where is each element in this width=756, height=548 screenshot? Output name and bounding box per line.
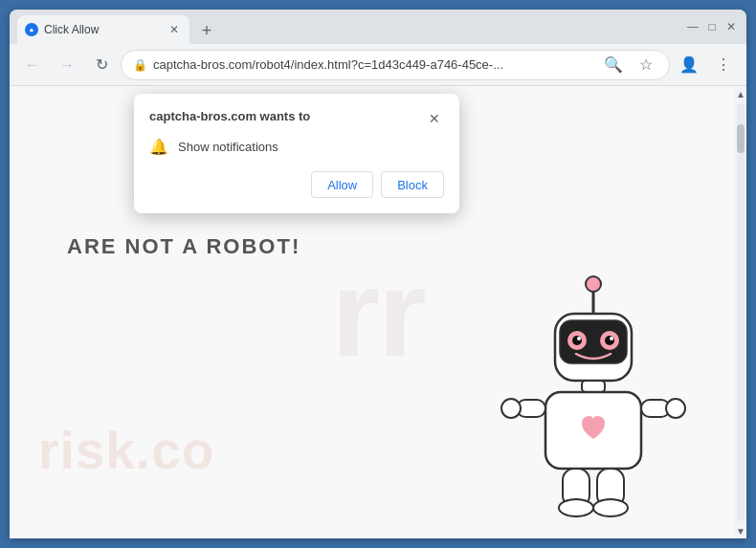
menu-button[interactable]: ⋮ <box>708 50 739 80</box>
svg-point-6 <box>572 336 582 345</box>
scroll-thumb[interactable] <box>737 124 745 153</box>
scroll-down-arrow[interactable]: ▼ <box>735 523 746 538</box>
watermark-large: rr <box>331 241 424 384</box>
tab-favicon: ● <box>25 23 38 36</box>
lock-icon: 🔒 <box>133 58 147 72</box>
forward-button[interactable]: → <box>52 50 82 80</box>
svg-point-13 <box>501 399 521 418</box>
watermark-bottom: risk.co <box>38 420 214 481</box>
window-controls: — □ ✕ <box>685 19 739 34</box>
svg-point-7 <box>605 336 614 345</box>
maximize-button[interactable]: □ <box>704 19 720 34</box>
close-button[interactable]: ✕ <box>723 19 739 34</box>
toolbar: ← → ↻ 🔒 captcha-bros.com/robot4/index.ht… <box>10 44 746 86</box>
new-tab-button[interactable]: + <box>193 17 220 44</box>
minimize-button[interactable]: — <box>685 19 700 34</box>
tab-close-button[interactable]: ✕ <box>167 22 182 37</box>
svg-point-1 <box>586 276 601 292</box>
popup-title: captcha-bros.com wants to <box>149 109 310 123</box>
active-tab[interactable]: ● Click Allow ✕ <box>17 15 189 44</box>
address-bar-icons: 🔍 ☆ <box>598 50 661 80</box>
scrollbar[interactable]: ▲ ▼ <box>735 86 746 538</box>
tab-area: ● Click Allow ✕ + <box>17 10 685 44</box>
notification-row: 🔔 Show notifications <box>149 138 444 156</box>
page-content: rr risk.co ARE NOT A ROBOT! <box>10 86 746 538</box>
scroll-track[interactable] <box>737 103 745 521</box>
popup-header: captcha-bros.com wants to ✕ <box>149 109 444 128</box>
popup-close-button[interactable]: ✕ <box>425 109 444 128</box>
bell-icon: 🔔 <box>149 138 168 156</box>
back-icon: ← <box>25 56 40 74</box>
block-button[interactable]: Block <box>381 171 444 198</box>
search-icon: 🔍 <box>604 55 623 74</box>
svg-point-18 <box>559 499 593 516</box>
menu-icon: ⋮ <box>716 55 731 74</box>
title-bar: ● Click Allow ✕ + — □ ✕ <box>10 10 746 44</box>
bookmark-button[interactable]: ☆ <box>631 50 661 80</box>
tab-title: Click Allow <box>44 23 161 36</box>
svg-point-9 <box>610 337 613 340</box>
notification-popup: captcha-bros.com wants to ✕ 🔔 Show notif… <box>134 94 459 213</box>
profile-button[interactable]: 👤 <box>674 50 704 80</box>
reload-button[interactable]: ↻ <box>86 50 117 80</box>
svg-point-19 <box>593 499 628 516</box>
address-bar[interactable]: 🔒 captcha-bros.com/robot4/index.html?c=1… <box>121 50 670 80</box>
url-text: captcha-bros.com/robot4/index.html?c=1d4… <box>153 57 592 72</box>
popup-buttons: Allow Block <box>149 171 444 198</box>
page-heading: ARE NOT A ROBOT! <box>67 234 300 259</box>
reload-icon: ↻ <box>96 55 108 74</box>
robot-illustration <box>498 261 689 529</box>
search-button[interactable]: 🔍 <box>598 50 629 80</box>
back-button[interactable]: ← <box>17 50 48 80</box>
scroll-up-arrow[interactable]: ▲ <box>735 86 746 101</box>
svg-point-8 <box>577 337 581 340</box>
svg-point-15 <box>666 399 685 418</box>
browser-window: ● Click Allow ✕ + — □ ✕ ← → ↻ 🔒 captcha-… <box>10 10 746 538</box>
bookmark-icon: ☆ <box>639 55 653 74</box>
svg-rect-10 <box>582 381 605 392</box>
profile-icon: 👤 <box>679 55 699 74</box>
allow-button[interactable]: Allow <box>311 171 373 198</box>
forward-icon: → <box>59 56 75 74</box>
notification-text: Show notifications <box>178 140 278 154</box>
